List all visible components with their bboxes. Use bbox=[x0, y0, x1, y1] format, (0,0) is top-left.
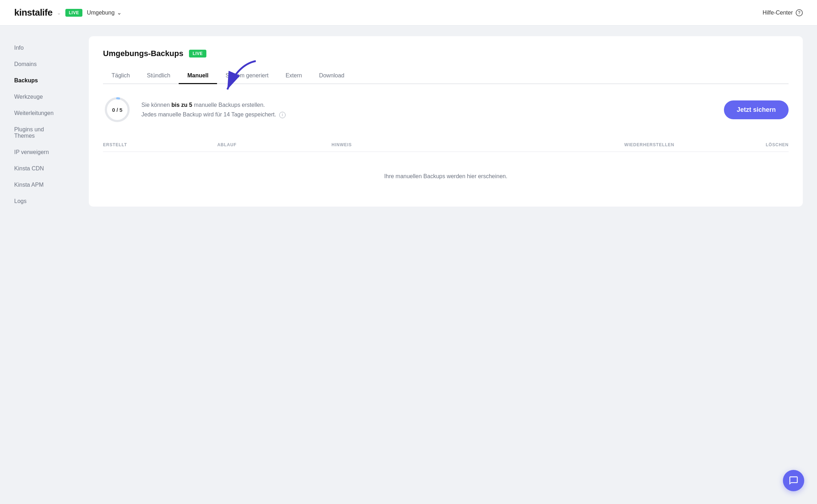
sidebar-item-info[interactable]: Info bbox=[0, 40, 78, 56]
sidebar-item-weiterleitungen[interactable]: Weiterleitungen bbox=[0, 105, 78, 121]
tab-system-generiert[interactable]: System generiert bbox=[217, 68, 277, 84]
backups-card: Umgebungs-Backups LIVE Täglich Stündlich… bbox=[89, 36, 803, 207]
backup-info-left: 0 / 5 Sie können bis zu 5 manuelle Backu… bbox=[103, 95, 286, 124]
header-left: kinstalife ⌄ LIVE Umgebung ⌄ bbox=[14, 7, 121, 18]
live-badge-card: LIVE bbox=[189, 50, 206, 57]
layout: Info Domains Backups Werkzeuge Weiterlei… bbox=[0, 26, 817, 504]
backup-description: Sie können bis zu 5 manuelle Backups ers… bbox=[141, 100, 286, 119]
tab-extern[interactable]: Extern bbox=[277, 68, 310, 84]
col-header-loeschen: LÖSCHEN bbox=[674, 142, 789, 147]
environment-button[interactable]: Umgebung ⌄ bbox=[87, 9, 121, 16]
backup-text-prefix: Sie können bbox=[141, 102, 172, 108]
card-title: Umgebungs-Backups bbox=[103, 49, 183, 58]
sidebar-item-logs[interactable]: Logs bbox=[0, 193, 78, 209]
empty-state-message: Ihre manuellen Backups werden hier ersch… bbox=[103, 159, 789, 194]
live-badge-header: LIVE bbox=[65, 9, 83, 17]
info-circle-icon[interactable]: i bbox=[279, 112, 286, 118]
help-center-label: Hilfe-Center bbox=[763, 10, 793, 16]
environment-label: Umgebung bbox=[87, 10, 114, 16]
tab-manuell[interactable]: Manuell bbox=[179, 68, 217, 84]
logo: kinstalife bbox=[14, 7, 53, 18]
tab-taeglich[interactable]: Täglich bbox=[103, 68, 139, 84]
tab-download[interactable]: Download bbox=[310, 68, 353, 84]
sidebar-item-kinsta-cdn[interactable]: Kinsta CDN bbox=[0, 160, 78, 177]
sidebar-item-domains[interactable]: Domains bbox=[0, 56, 78, 72]
main-content: Umgebungs-Backups LIVE Täglich Stündlich… bbox=[78, 26, 817, 504]
backup-text-highlight: bis zu 5 bbox=[172, 102, 193, 108]
sidebar-item-ip-verweigern[interactable]: IP verweigern bbox=[0, 144, 78, 160]
chat-icon bbox=[789, 476, 799, 486]
progress-label: 0 / 5 bbox=[112, 107, 122, 113]
help-center-link[interactable]: Hilfe-Center ? bbox=[763, 9, 803, 16]
environment-chevron-icon: ⌄ bbox=[117, 9, 121, 16]
sidebar-item-backups[interactable]: Backups bbox=[0, 72, 78, 89]
sidebar-item-kinsta-apm[interactable]: Kinsta APM bbox=[0, 177, 78, 193]
progress-circle: 0 / 5 bbox=[103, 95, 131, 124]
col-header-hinweis: HINWEIS bbox=[331, 142, 560, 147]
sidebar-item-werkzeuge[interactable]: Werkzeuge bbox=[0, 89, 78, 105]
backup-text-suffix: manuelle Backups erstellen. bbox=[194, 102, 265, 108]
help-circle-icon: ? bbox=[796, 9, 803, 16]
backup-info-row: 0 / 5 Sie können bis zu 5 manuelle Backu… bbox=[103, 95, 789, 124]
tabs-bar: Täglich Stündlich Manuell System generie… bbox=[103, 68, 789, 84]
table-header: ERSTELLT ABLAUF HINWEIS WIEDERHERSTELLEN… bbox=[103, 138, 789, 152]
tab-stuendlich[interactable]: Stündlich bbox=[139, 68, 179, 84]
card-header: Umgebungs-Backups LIVE bbox=[103, 49, 789, 58]
col-header-ablauf: ABLAUF bbox=[217, 142, 332, 147]
chevron-down-icon[interactable]: ⌄ bbox=[57, 10, 61, 16]
backup-text-line2: Jedes manuelle Backup wird für 14 Tage g… bbox=[141, 110, 286, 119]
col-header-erstellt: ERSTELLT bbox=[103, 142, 217, 147]
header: kinstalife ⌄ LIVE Umgebung ⌄ Hilfe-Cente… bbox=[0, 0, 817, 26]
backup-text-line1: Sie können bis zu 5 manuelle Backups ers… bbox=[141, 100, 286, 110]
sidebar-item-plugins-und-themes[interactable]: Plugins und Themes bbox=[0, 121, 78, 144]
save-now-button[interactable]: Jetzt sichern bbox=[724, 100, 789, 119]
chat-button[interactable] bbox=[783, 470, 804, 491]
col-header-wiederherstellen: WIEDERHERSTELLEN bbox=[560, 142, 675, 147]
sidebar: Info Domains Backups Werkzeuge Weiterlei… bbox=[0, 26, 78, 504]
